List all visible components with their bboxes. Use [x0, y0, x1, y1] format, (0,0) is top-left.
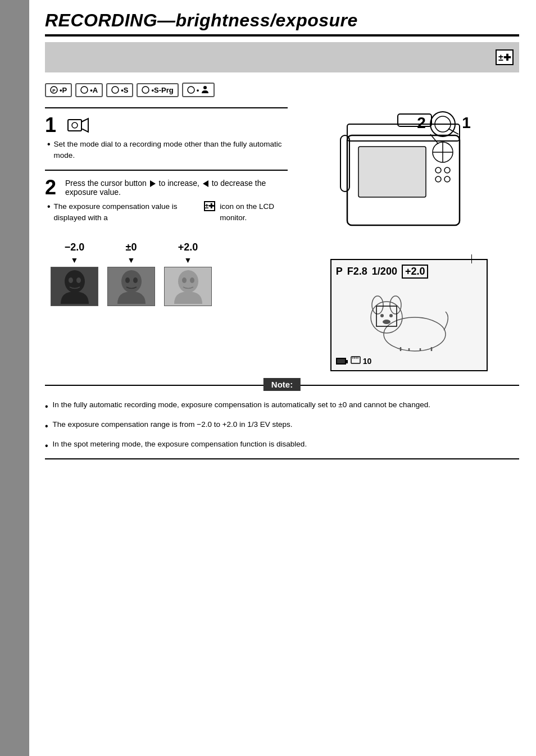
exp-photo-medium [107, 267, 155, 306]
svg-point-31 [444, 176, 450, 182]
svg-point-2 [81, 86, 88, 93]
svg-point-41 [383, 320, 390, 324]
camera-icon-sprg [142, 86, 149, 94]
step-2-number: 2 [45, 177, 56, 198]
camera-icon-p: P [50, 86, 58, 94]
lcd-battery-icon [336, 358, 346, 365]
note-text-1: In the fully automatic recording mode, e… [53, 399, 430, 413]
memory-card-icon [351, 356, 361, 364]
mode-label-person: • [197, 86, 199, 94]
svg-rect-32 [340, 135, 349, 192]
exp-label-medium: ±0 [126, 242, 137, 253]
svg-point-16 [178, 270, 198, 293]
mode-label-sprg: •S-Prg [151, 86, 173, 94]
exp-photo-light [164, 267, 212, 306]
step-2-header: Press the cursor button to increase, to … [65, 179, 288, 197]
lcd-arrow-indicator [471, 254, 472, 263]
svg-point-29 [444, 167, 450, 173]
lcd-top-bar: P F2.8 1/200 +2.0 [336, 265, 482, 279]
mode-badge-s: •S [106, 83, 133, 97]
lcd-aperture: F2.8 [347, 266, 367, 277]
svg-point-10 [65, 270, 85, 293]
sidebar-bar [0, 0, 29, 756]
left-col: 1 Set the mode dial to a recording mode … [45, 107, 288, 371]
dog-svg [353, 286, 465, 354]
svg-point-13 [121, 270, 142, 293]
main-content: RECORDING—brightness/exposure ±✚ P •P •A… [34, 0, 536, 476]
step-1-block: 1 Set the mode dial to a recording mode … [45, 107, 288, 170]
exp-item-dark: −2.0 ▼ [51, 242, 98, 306]
mode-label-s: •S [121, 86, 128, 94]
note-section: Note: • In the fully automatic recording… [45, 385, 519, 459]
svg-point-40 [389, 314, 393, 317]
svg-point-5 [188, 86, 194, 93]
lcd-count-value: 10 [363, 357, 372, 366]
step-2-text: The exposure compensation value is displ… [45, 201, 288, 224]
two-col-layout: 1 Set the mode dial to a recording mode … [45, 107, 519, 371]
mode-icons-row: P •P •A •S •S-Prg • [45, 83, 519, 97]
svg-point-12 [76, 277, 81, 283]
mode-badge-sprg: •S-Prg [137, 83, 178, 97]
face-light-svg [169, 269, 208, 304]
step-1-number: 1 [45, 115, 56, 135]
lcd-count: 10 [351, 356, 371, 366]
step-1-bullet: Set the mode dial to a recording mode ot… [47, 139, 288, 162]
camera-label-1: 1 [462, 114, 471, 132]
page-title: RECORDING—brightness/exposure [45, 10, 519, 37]
step-1-text: Set the mode dial to a recording mode ot… [45, 139, 288, 162]
camera-label-2: 2 [417, 114, 426, 132]
note-text-2: The exposure compensation range is from … [53, 419, 293, 433]
svg-point-18 [190, 277, 194, 283]
exposure-examples: −2.0 ▼ ±0 [45, 242, 288, 306]
svg-point-9 [72, 122, 78, 128]
mode-label-a: •A [90, 86, 98, 94]
exp-arrow-dark: ▼ [71, 256, 79, 265]
svg-rect-47 [351, 357, 360, 363]
svg-point-14 [125, 277, 130, 283]
lcd-preview: P F2.8 1/200 +2.0 [330, 259, 488, 371]
note-items: • In the fully automatic recording mode,… [45, 399, 519, 453]
step-2-bullet: The exposure compensation value is displ… [47, 201, 288, 224]
svg-point-37 [372, 296, 383, 314]
right-col: 2 1 [299, 107, 519, 371]
exp-label-light: +2.0 [178, 242, 198, 253]
mode-badge-p: P •P [45, 83, 72, 97]
lcd-mode: P [336, 266, 343, 277]
note-text-3: In the spot metering mode, the exposure … [53, 439, 307, 453]
svg-point-4 [142, 86, 149, 93]
lcd-shutter: 1/200 [372, 266, 397, 277]
svg-point-11 [69, 277, 73, 283]
step-2-block: 2 Press the cursor button to increase, t… [45, 170, 288, 232]
svg-point-30 [435, 176, 441, 182]
exp-arrow-light: ▼ [184, 256, 192, 265]
svg-point-17 [182, 277, 187, 283]
note-bullet-1: • [45, 400, 48, 413]
svg-rect-7 [68, 120, 81, 131]
info-bar: ±✚ [45, 42, 519, 72]
note-bullet-2: • [45, 420, 48, 433]
note-item-1: • In the fully automatic recording mode,… [45, 399, 519, 413]
triangle-right-icon [150, 180, 156, 187]
svg-point-28 [435, 167, 441, 173]
face-medium-svg [112, 269, 151, 304]
svg-point-35 [384, 317, 446, 351]
note-item-3: • In the spot metering mode, the exposur… [45, 439, 519, 453]
svg-point-6 [203, 86, 207, 89]
lcd-ev: +2.0 [402, 265, 429, 279]
exp-label-dark: −2.0 [65, 242, 85, 253]
mode-badge-person: • [182, 83, 215, 97]
exp-item-medium: ±0 ▼ [107, 242, 155, 306]
mode-badge-a: •A [75, 83, 103, 97]
triangle-left-icon [203, 180, 208, 187]
exp-arrow-medium: ▼ [128, 256, 135, 265]
svg-point-15 [133, 277, 138, 283]
camera-icon-a [80, 86, 88, 94]
exp-photo-dark [51, 267, 98, 306]
person-icon [201, 85, 210, 94]
lcd-dog-area [336, 281, 482, 354]
inline-exp-icon: ±✚ [204, 201, 216, 211]
camera-icon-person [187, 86, 195, 94]
lcd-bottom: 10 [336, 356, 482, 366]
note-item-2: • The exposure compensation range is fro… [45, 419, 519, 433]
svg-text:P: P [52, 88, 56, 93]
